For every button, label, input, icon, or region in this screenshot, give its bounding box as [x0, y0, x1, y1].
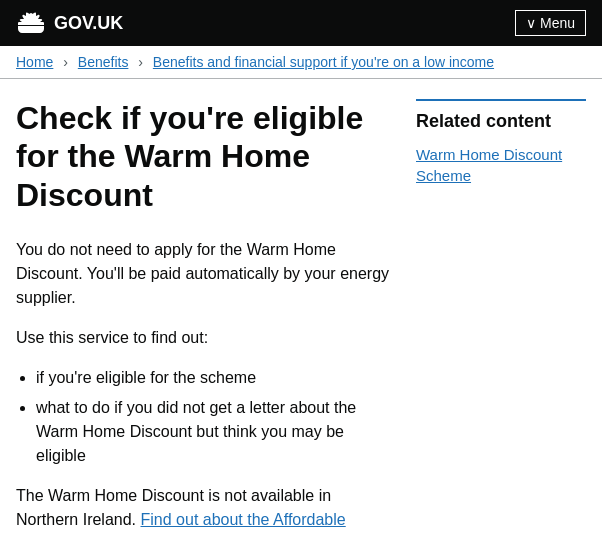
breadcrumb-benefits[interactable]: Benefits — [78, 54, 129, 70]
gov-uk-logo: GOV.UK — [16, 11, 123, 35]
breadcrumb-home[interactable]: Home — [16, 54, 53, 70]
list-item: if you're eligible for the scheme — [36, 366, 392, 390]
menu-label: Menu — [540, 15, 575, 31]
use-service-label: Use this service to find out: — [16, 326, 392, 350]
intro-paragraph: You do not need to apply for the Warm Ho… — [16, 238, 392, 310]
main-container: Check if you're eligible for the Warm Ho… — [0, 79, 602, 536]
list-item: what to do if you did not get a letter a… — [36, 396, 392, 468]
menu-button[interactable]: ∨ Menu — [515, 10, 586, 36]
logo-text: GOV.UK — [54, 13, 123, 34]
main-content: Check if you're eligible for the Warm Ho… — [16, 99, 392, 536]
breadcrumb: Home › Benefits › Benefits and financial… — [0, 46, 602, 79]
breadcrumb-separator-2: › — [138, 54, 143, 70]
breadcrumb-low-income[interactable]: Benefits and financial support if you're… — [153, 54, 494, 70]
crown-icon — [16, 11, 46, 35]
sidebar-title: Related content — [416, 99, 586, 132]
bullet-list: if you're eligible for the scheme what t… — [36, 366, 392, 468]
breadcrumb-separator-1: › — [63, 54, 68, 70]
sidebar-warm-home-link[interactable]: Warm Home Discount Scheme — [416, 144, 586, 186]
site-header: GOV.UK ∨ Menu — [0, 0, 602, 46]
menu-arrow-icon: ∨ — [526, 15, 536, 31]
northern-ireland-paragraph: The Warm Home Discount is not available … — [16, 484, 392, 536]
related-content-sidebar: Related content Warm Home Discount Schem… — [416, 99, 586, 536]
page-title: Check if you're eligible for the Warm Ho… — [16, 99, 392, 214]
